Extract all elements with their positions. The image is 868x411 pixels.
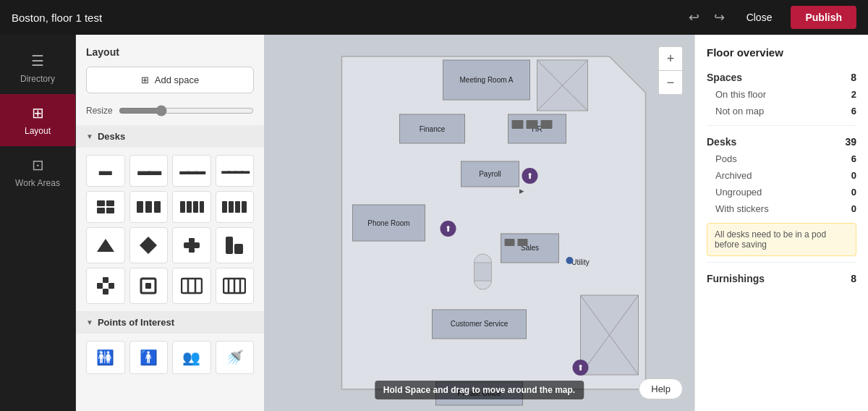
panel-header: Layout: [76, 35, 264, 64]
svg-rect-11: [222, 201, 227, 213]
undo-button[interactable]: ↩: [686, 7, 702, 28]
resize-row: Resize: [76, 102, 264, 125]
svg-rect-28: [182, 279, 202, 293]
desks-toggle-icon: ▼: [86, 132, 93, 140]
poi-item-1[interactable]: 🚻: [86, 341, 125, 374]
furnishings-row: Furnishings 8: [707, 270, 856, 287]
svg-rect-4: [137, 201, 143, 213]
zoom-in-button[interactable]: +: [659, 47, 682, 70]
svg-rect-58: [518, 239, 528, 246]
redo-button[interactable]: ↪: [711, 7, 728, 28]
desk-item-10[interactable]: [129, 227, 169, 263]
hint-prefix: Hold: [383, 385, 405, 395]
svg-marker-16: [140, 237, 157, 254]
desk-icon-9: [95, 237, 116, 253]
resize-slider[interactable]: [119, 105, 254, 116]
svg-rect-6: [154, 201, 161, 213]
desk-item-14[interactable]: [129, 268, 169, 304]
furnishings-value: 8: [851, 273, 856, 284]
svg-rect-24: [109, 283, 114, 289]
desk-item-11[interactable]: [172, 227, 211, 263]
svg-rect-19: [189, 248, 195, 253]
svg-rect-8: [187, 201, 192, 213]
desk-item-8[interactable]: [216, 191, 255, 223]
svg-rect-7: [180, 201, 185, 213]
desk-icon-12: [224, 235, 244, 255]
map-area[interactable]: Meeting Room A Finance HR Payroll ⬆ Phon…: [264, 35, 694, 411]
desk-item-6[interactable]: [129, 191, 169, 223]
poi-item-3[interactable]: 👥: [172, 341, 211, 374]
desk-icon-10: [138, 235, 158, 255]
archived-label: Archived: [715, 170, 752, 181]
svg-rect-1: [106, 200, 114, 206]
poi-label: Points of Interest: [98, 317, 174, 328]
desk-item-4[interactable]: ▬▬▬▬: [216, 155, 255, 187]
desks-overview-value: 39: [845, 136, 856, 148]
svg-rect-57: [505, 239, 515, 246]
desk-item-13[interactable]: [86, 268, 125, 304]
directory-icon: ☰: [31, 52, 44, 69]
svg-rect-0: [97, 200, 105, 206]
svg-rect-14: [242, 201, 247, 213]
desk-icon-15: [181, 276, 203, 296]
page-title: Boston, floor 1 test: [12, 12, 102, 24]
hint-suffix: and drag to move around the map.: [430, 385, 575, 395]
sidebar-nav: ☰ Directory ⊞ Layout ⊡ Work Areas: [0, 35, 76, 411]
not-on-map-value: 6: [851, 106, 856, 116]
sidebar-item-layout[interactable]: ⊞ Layout: [0, 94, 75, 146]
on-this-floor-row: On this floor 2: [707, 86, 856, 103]
desk-item-12[interactable]: [216, 227, 255, 263]
desk-icon-11: [182, 237, 202, 253]
svg-rect-12: [229, 201, 234, 213]
desk-icon-16: [223, 276, 246, 296]
desk-grid: ▬ ▬▬ ▬▬▬ ▬▬▬▬: [76, 148, 264, 311]
add-space-button[interactable]: ⊞ Add space: [86, 67, 254, 93]
on-this-floor-value: 2: [851, 89, 856, 100]
divider-1: [707, 125, 856, 126]
svg-rect-9: [193, 201, 198, 213]
poi-item-2[interactable]: 🚹: [129, 341, 169, 374]
help-button[interactable]: Help: [639, 378, 683, 399]
desk-item-15[interactable]: [172, 268, 211, 304]
desk-item-3[interactable]: ▬▬▬: [172, 155, 211, 187]
divider-2: [707, 262, 856, 263]
desk-item-1[interactable]: ▬: [86, 155, 125, 187]
desks-overview-label: Desks: [707, 136, 736, 148]
poi-section-header[interactable]: ▼ Points of Interest: [76, 311, 264, 334]
desk-item-5[interactable]: [86, 191, 125, 223]
desk-item-16[interactable]: [216, 268, 255, 304]
publish-button[interactable]: Publish: [791, 6, 856, 29]
desk-item-9[interactable]: [86, 227, 125, 263]
svg-point-60: [566, 257, 574, 264]
desk-item-2[interactable]: ▬▬: [129, 155, 169, 187]
svg-text:▸: ▸: [519, 185, 524, 196]
desk-item-7[interactable]: [172, 191, 211, 223]
sidebar-item-work-areas[interactable]: ⊡ Work Areas: [0, 146, 75, 198]
poi-toggle-icon: ▼: [86, 318, 93, 326]
poi-item-4[interactable]: 🚿: [216, 341, 255, 374]
svg-rect-3: [106, 208, 114, 213]
svg-text:⬆: ⬆: [527, 171, 533, 180]
sidebar-item-directory-label: Directory: [20, 74, 55, 84]
right-panel: Floor overview Spaces 8 On this floor 2 …: [694, 35, 868, 411]
desks-header-row: Desks 39: [707, 133, 856, 151]
svg-rect-45: [512, 120, 524, 129]
main-content: ☰ Directory ⊞ Layout ⊡ Work Areas Layout…: [0, 35, 868, 411]
warning-box: All desks need to be in a pod before sav…: [707, 223, 856, 256]
desk-icon-8: [221, 200, 247, 213]
svg-marker-15: [97, 239, 114, 252]
svg-rect-20: [226, 237, 233, 254]
zoom-out-button[interactable]: −: [659, 71, 682, 94]
desk-icon-6: [136, 200, 161, 213]
ungrouped-value: 0: [851, 187, 856, 198]
desk-icon-13: [95, 276, 116, 296]
svg-text:⬆: ⬆: [445, 224, 451, 233]
sidebar-item-directory[interactable]: ☰ Directory: [0, 42, 75, 94]
not-on-map-row: Not on map 6: [707, 103, 856, 119]
svg-rect-21: [234, 244, 243, 254]
close-button[interactable]: Close: [736, 7, 783, 27]
desks-section-header[interactable]: ▼ Desks: [76, 125, 264, 148]
svg-text:Meeting Room A: Meeting Room A: [460, 76, 514, 84]
pods-label: Pods: [715, 153, 737, 164]
ungrouped-row: Ungrouped 0: [707, 184, 856, 200]
